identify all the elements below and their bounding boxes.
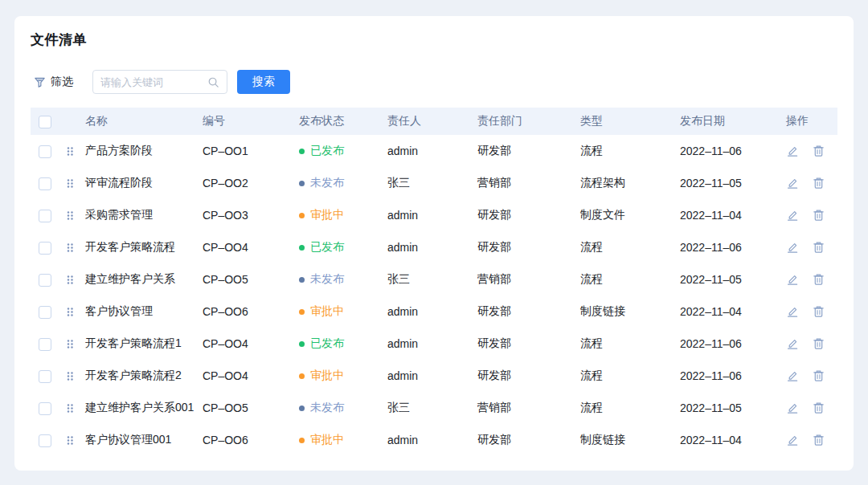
- delete-button[interactable]: [813, 209, 825, 222]
- edit-button[interactable]: [786, 401, 799, 414]
- drag-handle-icon[interactable]: [65, 242, 75, 254]
- edit-button[interactable]: [786, 241, 799, 254]
- select-all-checkbox[interactable]: [39, 116, 51, 128]
- table-row: 开发客户策略流程 CP–OO4 已发布 admin 研发部 流程 2022–11…: [31, 231, 837, 263]
- cell-status: 已发布: [294, 231, 383, 263]
- drag-handle-icon[interactable]: [65, 370, 75, 382]
- cell-department: 营销部: [473, 167, 575, 199]
- cell-department: 研发部: [473, 135, 575, 167]
- cell-name: 客户协议管理001: [80, 424, 198, 456]
- table-row: 建立维护客户关系 CP–OO5 未发布 张三 营销部 流程 2022–11–05: [31, 263, 837, 295]
- row-checkbox[interactable]: [39, 338, 51, 351]
- column-header-code: 编号: [198, 108, 294, 135]
- delete-button[interactable]: [813, 305, 825, 318]
- column-header-owner: 责任人: [383, 108, 473, 135]
- table-row: 客户协议管理 CP–OO6 审批中 admin 研发部 制度链接 2022–11…: [31, 295, 837, 328]
- row-checkbox[interactable]: [39, 274, 51, 287]
- row-checkbox[interactable]: [39, 306, 51, 319]
- pencil-icon: [786, 145, 799, 157]
- cell-date: 2022–11–06: [675, 328, 781, 360]
- row-checkbox[interactable]: [39, 210, 51, 222]
- cell-type: 制度文件: [575, 199, 675, 231]
- cell-department: 研发部: [473, 328, 575, 360]
- cell-department: 研发部: [473, 424, 575, 456]
- drag-handle-icon[interactable]: [65, 145, 75, 157]
- funnel-icon: [34, 76, 46, 88]
- cell-actions: [781, 424, 837, 456]
- cell-type: 流程: [575, 263, 675, 295]
- drag-handle-icon[interactable]: [65, 402, 75, 414]
- delete-button[interactable]: [813, 434, 825, 446]
- cell-date: 2022–11–06: [675, 360, 781, 392]
- pencil-icon: [786, 401, 799, 414]
- cell-name: 建立维护客户关系001: [80, 392, 198, 424]
- cell-code: CP–OO4: [198, 231, 294, 263]
- cell-actions: [781, 231, 837, 263]
- row-checkbox[interactable]: [39, 177, 51, 190]
- delete-button[interactable]: [813, 401, 825, 414]
- row-checkbox[interactable]: [39, 145, 51, 158]
- status-label: 未发布: [310, 272, 344, 287]
- row-checkbox[interactable]: [39, 402, 51, 415]
- drag-handle-icon[interactable]: [65, 434, 75, 446]
- row-checkbox[interactable]: [39, 434, 51, 447]
- cell-name: 开发客户策略流程: [80, 231, 198, 263]
- cell-code: CP–OO5: [198, 392, 294, 424]
- drag-handle-icon[interactable]: [65, 210, 75, 222]
- cell-date: 2022–11–05: [675, 392, 781, 424]
- column-header-department: 责任部门: [473, 108, 575, 135]
- column-header-actions: 操作: [781, 108, 837, 135]
- cell-owner: 张三: [383, 167, 473, 199]
- cell-type: 流程: [575, 231, 675, 263]
- cell-actions: [781, 328, 837, 360]
- pencil-icon: [786, 305, 799, 318]
- edit-button[interactable]: [786, 369, 799, 382]
- cell-date: 2022–11–06: [675, 135, 781, 167]
- trash-icon: [813, 337, 825, 350]
- edit-button[interactable]: [786, 177, 799, 190]
- edit-button[interactable]: [786, 209, 799, 222]
- trash-icon: [813, 209, 825, 222]
- status-dot: [299, 438, 305, 443]
- column-header-date: 发布日期: [675, 108, 781, 135]
- row-checkbox[interactable]: [39, 370, 51, 383]
- cell-status: 审批中: [294, 295, 383, 328]
- cell-type: 流程架构: [575, 167, 675, 199]
- cell-type: 制度链接: [575, 424, 675, 456]
- edit-button[interactable]: [786, 273, 799, 286]
- trash-icon: [813, 241, 825, 254]
- delete-button[interactable]: [813, 145, 825, 157]
- cell-type: 流程: [575, 328, 675, 360]
- drag-handle-icon[interactable]: [65, 306, 75, 318]
- table-row: 建立维护客户关系001 CP–OO5 未发布 张三 营销部 流程 2022–11…: [31, 392, 837, 424]
- edit-button[interactable]: [786, 305, 799, 318]
- edit-button[interactable]: [786, 434, 799, 446]
- cell-owner: 张三: [383, 392, 473, 424]
- drag-handle-icon[interactable]: [65, 177, 75, 190]
- table-row: 客户协议管理001 CP–OO6 审批中 admin 研发部 制度链接 2022…: [31, 424, 837, 456]
- delete-button[interactable]: [813, 241, 825, 254]
- cell-name: 开发客户策略流程1: [80, 328, 198, 360]
- edit-button[interactable]: [786, 337, 799, 350]
- cell-actions: [781, 360, 837, 392]
- table-row: 产品方案阶段 CP–OO1 已发布 admin 研发部 流程 2022–11–0…: [31, 135, 837, 167]
- edit-button[interactable]: [786, 145, 799, 157]
- cell-department: 营销部: [473, 263, 575, 295]
- drag-handle-icon[interactable]: [65, 274, 75, 286]
- row-checkbox[interactable]: [39, 242, 51, 255]
- drag-handle-icon[interactable]: [65, 338, 75, 350]
- cell-department: 研发部: [473, 199, 575, 231]
- filter-button[interactable]: 筛选: [34, 75, 73, 89]
- delete-button[interactable]: [813, 337, 825, 350]
- search-input[interactable]: [100, 76, 207, 88]
- status-label: 已发布: [310, 144, 344, 158]
- search-button[interactable]: 搜索: [237, 70, 290, 94]
- delete-button[interactable]: [813, 177, 825, 190]
- delete-button[interactable]: [813, 369, 825, 382]
- delete-button[interactable]: [813, 273, 825, 286]
- cell-status: 未发布: [294, 167, 383, 199]
- cell-type: 制度链接: [575, 295, 675, 328]
- cell-status: 未发布: [294, 263, 383, 295]
- trash-icon: [813, 434, 825, 446]
- cell-status: 审批中: [294, 424, 383, 456]
